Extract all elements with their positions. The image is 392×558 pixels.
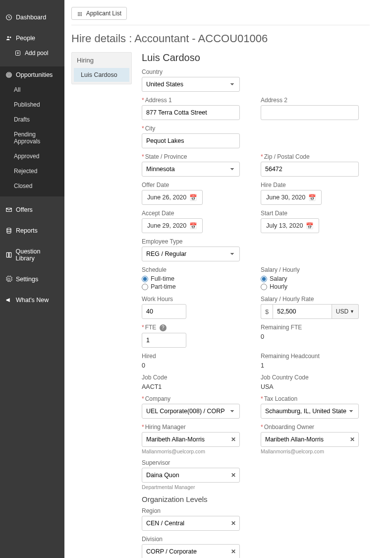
employee-type-select[interactable]: REG / Regular <box>142 247 240 261</box>
hourly-radio[interactable] <box>261 284 267 290</box>
hiring-panel-selected[interactable]: Luis Cardoso <box>74 68 129 82</box>
schedule-parttime-radio[interactable] <box>142 284 148 290</box>
gear-icon <box>5 276 13 283</box>
currency-dropdown[interactable]: USD▼ <box>332 304 359 319</box>
supervisor-label: Supervisor <box>142 459 370 466</box>
supervisor-role: Departmental Manager <box>142 484 370 490</box>
division-label: Division <box>142 536 370 543</box>
svg-rect-14 <box>81 13 82 14</box>
job-code-label: Job Code <box>142 374 251 381</box>
nav-opp-rejected[interactable]: Rejected <box>0 164 64 179</box>
company-select[interactable]: UEL Corporate(008) / CORP <box>142 404 240 419</box>
applicant-list-button[interactable]: Applicant List <box>71 7 127 20</box>
supervisor-input[interactable] <box>142 468 240 483</box>
hired-value: 0 <box>142 361 251 369</box>
nav-settings[interactable]: Settings <box>0 272 64 287</box>
salary-rate-label: Salary / Hourly Rate <box>261 296 370 303</box>
job-country-code-label: Job Country Code <box>261 374 370 381</box>
work-hours-input[interactable] <box>142 304 186 319</box>
start-date-input[interactable]: July 13, 2020📅 <box>261 218 319 233</box>
clear-icon[interactable]: ✕ <box>231 472 236 479</box>
nav-opp-approved[interactable]: Approved <box>0 149 64 164</box>
svg-rect-9 <box>78 12 79 13</box>
employee-type-label: Employee Type <box>142 238 370 245</box>
nav-question-library-label: Question Library <box>15 248 59 262</box>
nav-question-library[interactable]: Question Library <box>0 244 64 266</box>
hiring-manager-input[interactable] <box>142 432 240 447</box>
region-input[interactable] <box>142 516 240 531</box>
remaining-headcount-value: 1 <box>261 361 370 369</box>
nav-opp-closed[interactable]: Closed <box>0 179 64 193</box>
svg-rect-16 <box>79 15 80 16</box>
clear-icon[interactable]: ✕ <box>231 520 236 527</box>
division-input[interactable] <box>142 544 240 558</box>
city-input[interactable] <box>142 133 240 148</box>
nav-add-pool-label: Add pool <box>25 50 48 57</box>
start-date-label: Start Date <box>261 210 370 217</box>
nav-people[interactable]: People <box>0 31 64 46</box>
salary-radio[interactable] <box>261 276 267 282</box>
job-country-code-value: USA <box>261 382 370 390</box>
nav-opportunities[interactable]: Opportunities <box>0 67 64 82</box>
hired-label: Hired <box>142 353 251 360</box>
salary-rate-input[interactable] <box>273 304 332 319</box>
state-select[interactable]: Minnesota <box>142 162 240 177</box>
clear-icon[interactable]: ✕ <box>350 436 355 443</box>
country-label: Country <box>142 68 370 75</box>
clear-icon[interactable]: ✕ <box>231 436 236 443</box>
nav-whats-new-label: What's New <box>16 297 49 304</box>
job-code-value: AACT1 <box>142 382 251 390</box>
address1-label: *Address 1 <box>142 97 251 104</box>
svg-rect-15 <box>78 15 79 16</box>
nav-opp-all[interactable]: All <box>0 82 64 97</box>
nav-reports[interactable]: Reports <box>0 223 64 238</box>
svg-rect-10 <box>79 12 80 13</box>
nav-opp-pending[interactable]: Pending Approvals <box>0 127 64 149</box>
svg-rect-17 <box>81 15 82 16</box>
zip-input[interactable] <box>261 162 359 177</box>
calendar-icon: 📅 <box>189 194 197 201</box>
hiring-manager-label: *Hiring Manager <box>142 424 251 431</box>
offer-date-input[interactable]: June 26, 2020📅 <box>142 190 203 205</box>
nav-dashboard[interactable]: Dashboard <box>0 10 64 25</box>
candidate-name: Luis Cardoso <box>142 52 370 63</box>
hire-date-input[interactable]: June 30, 2020📅 <box>261 190 322 205</box>
form-area: Luis Cardoso Country United States *Addr… <box>142 52 370 558</box>
fte-input[interactable] <box>142 333 186 348</box>
nav-add-pool[interactable]: Add pool <box>0 46 64 61</box>
svg-point-1 <box>7 36 9 38</box>
company-label: *Company <box>142 395 251 402</box>
hiring-panel: Hiring Luis Cardoso <box>71 52 132 84</box>
clock-icon <box>5 14 13 21</box>
offer-date-label: Offer Date <box>142 182 251 188</box>
remaining-fte-label: Remaining FTE <box>261 324 370 331</box>
org-levels-heading: Organization Levels <box>142 495 370 503</box>
address2-input[interactable] <box>261 105 359 120</box>
svg-rect-11 <box>81 12 82 13</box>
hire-date-label: Hire Date <box>261 182 370 188</box>
address1-input[interactable] <box>142 105 240 120</box>
nav-opp-published[interactable]: Published <box>0 97 64 112</box>
onboarding-owner-input[interactable] <box>261 432 359 447</box>
applicant-list-label: Applicant List <box>86 10 121 17</box>
fte-label: *FTE ? <box>142 324 251 331</box>
help-icon[interactable]: ? <box>160 324 167 331</box>
schedule-fulltime-radio[interactable] <box>142 276 148 282</box>
svg-rect-13 <box>79 13 80 14</box>
currency-symbol: $ <box>261 304 273 319</box>
country-select[interactable]: United States <box>142 77 240 92</box>
accept-date-input[interactable]: June 29, 2020📅 <box>142 218 203 233</box>
database-icon <box>5 227 13 234</box>
people-icon <box>5 35 13 42</box>
work-hours-label: Work Hours <box>142 296 251 303</box>
schedule-label: Schedule <box>142 266 251 273</box>
calendar-icon: 📅 <box>308 194 316 201</box>
svg-point-6 <box>8 74 9 75</box>
nav-whats-new[interactable]: What's New <box>0 293 64 308</box>
envelope-icon <box>5 206 13 213</box>
tax-location-select[interactable]: Schaumburg, IL, United States (Chicago, <box>261 404 359 419</box>
nav-offers[interactable]: Offers <box>0 202 64 217</box>
nav-opp-drafts[interactable]: Drafts <box>0 112 64 127</box>
svg-point-8 <box>7 228 11 230</box>
clear-icon[interactable]: ✕ <box>231 548 236 555</box>
